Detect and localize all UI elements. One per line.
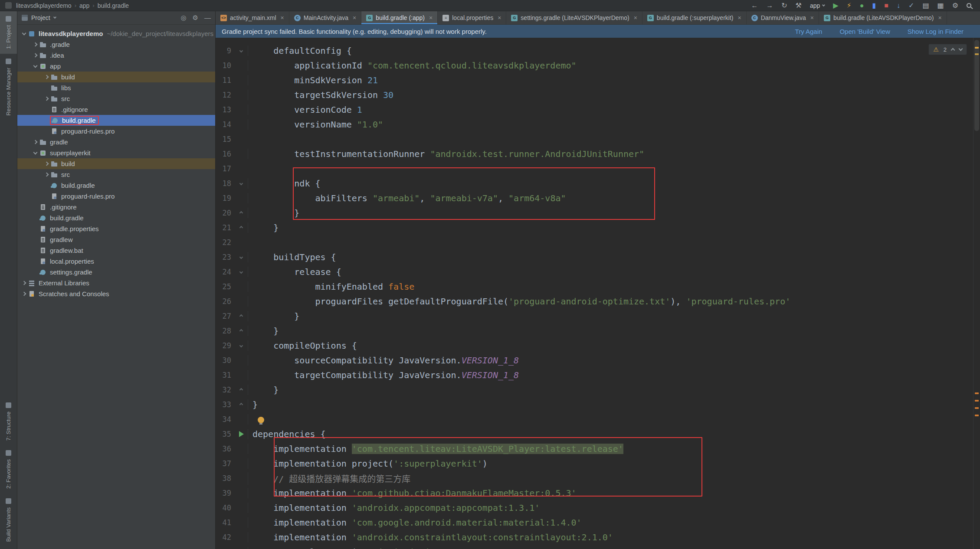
project-panel-title[interactable]: Project — [31, 14, 50, 21]
tree-item-root[interactable]: liteavsdkplayerdemo~/dokie_dev_project/l… — [17, 28, 215, 39]
hide-panel-icon[interactable]: — — [204, 14, 211, 22]
tree-item-scratches-and-consoles[interactable]: Scratches and Consoles — [17, 288, 215, 299]
tree-item-build-gradle[interactable]: build.gradle — [17, 180, 215, 191]
code-line[interactable]: 39 implementation 'com.github.ctiao:Danm… — [216, 486, 980, 500]
code-line[interactable]: 17 — [216, 161, 980, 176]
code-line[interactable]: 14 versionName "1.0" — [216, 117, 980, 132]
code-line[interactable]: 34 — [216, 412, 980, 427]
code-line[interactable]: 37 implementation project(':superplayerk… — [216, 456, 980, 471]
tree-item-build-gradle[interactable]: build.gradle — [17, 212, 215, 223]
window-menu-icon[interactable] — [5, 2, 12, 9]
breadcrumb-app[interactable]: app — [79, 2, 89, 9]
fold-marker-icon[interactable] — [239, 49, 243, 52]
code-line[interactable]: 33} — [216, 397, 980, 412]
code-editor[interactable]: 9 defaultConfig {10 applicationId "com.t… — [216, 38, 980, 549]
notification-action-try-again[interactable]: Try Again — [795, 28, 823, 35]
code-line[interactable]: 16 testInstrumentationRunner "androidx.t… — [216, 147, 980, 161]
code-line[interactable]: 22 — [216, 235, 980, 250]
stop-icon[interactable]: ■ — [884, 2, 888, 9]
tree-item-gradle-properties[interactable]: gradle.properties — [17, 223, 215, 234]
tool-strip-1-project[interactable]: 1: Project — [0, 11, 17, 54]
navigate-back-icon[interactable]: ← — [751, 2, 758, 9]
close-tab-icon[interactable]: × — [498, 14, 501, 21]
project-view-icon[interactable] — [22, 15, 28, 21]
stripe-warning-mark[interactable] — [975, 47, 979, 49]
panel-settings-icon[interactable]: ⚙ — [193, 14, 198, 22]
close-tab-icon[interactable]: × — [353, 14, 356, 21]
code-line[interactable]: 27 } — [216, 309, 980, 324]
fold-marker-icon[interactable] — [239, 314, 243, 318]
fold-marker-icon[interactable] — [239, 182, 243, 185]
code-line[interactable]: 40 implementation 'androidx.appcompat:ap… — [216, 500, 980, 515]
code-line[interactable]: 15 — [216, 132, 980, 147]
search-everywhere-icon[interactable] — [967, 3, 971, 8]
code-line[interactable]: 21 } — [216, 220, 980, 235]
chevron-down-icon[interactable] — [53, 16, 56, 19]
close-tab-icon[interactable]: × — [810, 14, 814, 21]
fold-marker-icon[interactable] — [239, 270, 243, 274]
breadcrumb-build-gradle[interactable]: build.gradle — [98, 2, 129, 9]
debug-icon[interactable]: ● — [860, 2, 864, 9]
close-tab-icon[interactable]: × — [429, 14, 433, 21]
close-tab-icon[interactable]: × — [634, 14, 637, 21]
tree-item-src[interactable]: src — [17, 93, 215, 104]
tree-toggle[interactable] — [43, 75, 51, 78]
run-config-dropdown[interactable]: app — [810, 2, 825, 9]
tree-item-gradle[interactable]: .gradle — [17, 39, 215, 50]
tree-item-local-properties[interactable]: local.properties — [17, 256, 215, 267]
tree-item-libs[interactable]: libs — [17, 82, 215, 93]
tab-activity-main-xml[interactable]: <>activity_main.xml× — [216, 11, 289, 24]
tree-item-gitignore[interactable]: .gitignore — [17, 202, 215, 212]
code-line[interactable]: 18 ndk { — [216, 176, 980, 191]
code-line[interactable]: 9 defaultConfig { — [216, 43, 980, 58]
settings-gear-icon[interactable]: ⚙ — [952, 2, 958, 9]
fold-marker-icon[interactable] — [239, 344, 243, 347]
device-manager-icon[interactable]: ▤ — [922, 2, 929, 9]
fold-marker-icon[interactable] — [239, 329, 243, 333]
run-line-icon[interactable] — [239, 431, 244, 437]
tree-item-gitignore[interactable]: .gitignore — [17, 104, 215, 115]
tool-strip-resource-manager[interactable]: Resource Manager — [0, 54, 17, 121]
code-line[interactable]: 41 implementation 'com.google.android.ma… — [216, 515, 980, 530]
build-hammer-icon[interactable]: ⚒ — [796, 2, 802, 9]
code-line[interactable]: 42 implementation 'androidx.constraintla… — [216, 530, 980, 545]
git-commit-icon[interactable]: ✓ — [908, 2, 914, 9]
tool-strip-build-variants[interactable]: Build Variants — [0, 493, 17, 546]
tree-item-app[interactable]: app — [17, 61, 215, 72]
tree-toggle[interactable] — [20, 281, 28, 284]
tree-item-proguard-rules-pro[interactable]: proguard-rules.pro — [17, 126, 215, 137]
locate-file-icon[interactable]: ◎ — [180, 14, 186, 22]
inspection-widget[interactable]: ⚠ 2 — [928, 44, 967, 55]
notification-action-open-build-view[interactable]: Open 'Build' View — [839, 28, 890, 35]
tab-build-gradle-liteavsdkplayerdemo[interactable]: Gbuild.gradle (LiteAVSDKPlayerDemo)× — [819, 11, 947, 24]
close-tab-icon[interactable]: × — [737, 14, 741, 21]
code-line[interactable]: 28 } — [216, 324, 980, 338]
code-line[interactable]: 43 testImplementation 'junit:junit:4.+' — [216, 545, 980, 549]
tab-local-properties[interactable]: ≡local.properties× — [438, 11, 506, 24]
code-line[interactable]: 13 versionCode 1 — [216, 102, 980, 117]
tree-toggle[interactable] — [20, 292, 28, 295]
tab-mainactivity-java[interactable]: CMainActivity.java× — [289, 11, 361, 24]
tree-toggle[interactable] — [31, 54, 39, 57]
tab-build-gradle-app[interactable]: Gbuild.gradle (:app)× — [361, 11, 438, 24]
tree-toggle[interactable] — [43, 97, 51, 100]
code-line[interactable]: 38 // 超级播放器弹幕集成的第三方库 — [216, 471, 980, 486]
apply-changes-icon[interactable]: ⚡ — [847, 2, 852, 9]
tree-item-build-gradle[interactable]: build.gradle — [17, 115, 215, 126]
fold-marker-icon[interactable] — [239, 388, 243, 392]
tab-settings-gradle-liteavsdkplayerdemo[interactable]: Gsettings.gradle (LiteAVSDKPlayerDemo)× — [506, 11, 642, 24]
tree-toggle[interactable] — [20, 33, 28, 35]
navigate-forward-icon[interactable]: → — [766, 2, 773, 9]
tree-toggle[interactable] — [43, 162, 51, 165]
git-update-icon[interactable]: ↓ — [897, 2, 900, 9]
tab-build-gradle-superplayerkit[interactable]: Gbuild.gradle (:superplayerkit)× — [642, 11, 747, 24]
tree-toggle[interactable] — [31, 152, 39, 154]
tree-item-proguard-rules-pro[interactable]: proguard-rules.pro — [17, 191, 215, 202]
code-line[interactable]: 29 compileOptions { — [216, 338, 980, 353]
fold-marker-icon[interactable] — [239, 226, 243, 229]
tool-strip-7-structure[interactable]: 7: Structure — [0, 398, 17, 445]
tree-toggle[interactable] — [31, 141, 39, 144]
code-line[interactable]: 36 implementation 'com.tencent.liteav:Li… — [216, 441, 980, 456]
code-line[interactable]: 24 release { — [216, 265, 980, 279]
code-line[interactable]: 10 applicationId "com.tencent.qcloud.lit… — [216, 58, 980, 73]
